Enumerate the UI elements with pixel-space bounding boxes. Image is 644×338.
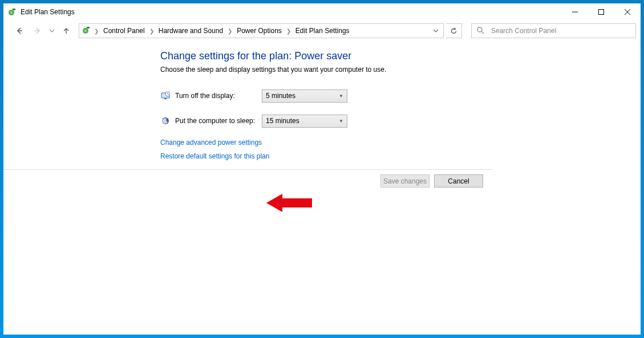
sleep-dropdown[interactable]: 15 minutes ▼ [262,115,347,128]
svg-line-5 [625,9,630,15]
breadcrumb-item[interactable]: Edit Plan Settings [292,24,353,38]
chevron-right-icon[interactable]: ❯ [226,28,233,34]
window-title: Edit Plan Settings [21,8,75,16]
window: Edit Plan Settings ❯ Cont [3,3,641,335]
back-button[interactable] [11,23,27,39]
app-icon [8,7,17,17]
display-icon [160,91,171,101]
chevron-right-icon[interactable]: ❯ [93,28,100,34]
svg-rect-1 [13,9,15,10]
chevron-down-icon: ▼ [339,93,343,99]
svg-line-6 [625,9,630,15]
dropdown-value: 5 minutes [266,92,339,100]
svg-rect-4 [599,10,604,15]
content-area: Change settings for the plan: Power save… [3,41,641,335]
page-heading: Change settings for the plan: Power save… [160,50,514,62]
setting-sleep: Put the computer to sleep: 15 minutes ▼ [160,113,514,128]
svg-line-14 [481,31,484,34]
svg-point-2 [10,11,13,14]
forward-button[interactable] [30,23,46,39]
chevron-right-icon[interactable]: ❯ [148,28,155,34]
address-dropdown[interactable] [431,27,441,35]
setting-label: Turn off the display: [175,92,262,100]
breadcrumb-item[interactable]: Hardware and Sound [155,24,226,38]
change-advanced-link[interactable]: Change advanced power settings [160,139,262,146]
minimize-button[interactable] [562,3,588,21]
restore-defaults-link[interactable]: Restore default settings for this plan [160,152,269,160]
refresh-button[interactable] [446,23,462,38]
sleep-icon [160,116,171,126]
setting-display-off: Turn off the display: 5 minutes ▼ [160,88,514,103]
breadcrumb-item[interactable]: Power Options [233,24,285,38]
navbar: ❯ Control Panel ❯ Hardware and Sound ❯ P… [3,21,641,41]
search-input[interactable] [490,26,631,35]
dropdown-value: 15 minutes [266,117,339,125]
svg-point-12 [84,30,87,32]
search-icon [476,26,484,36]
svg-rect-11 [87,27,90,28]
save-button: Save changes [380,174,430,188]
chevron-right-icon[interactable]: ❯ [285,28,292,34]
search-box[interactable] [471,23,636,38]
footer: Save changes Cancel [3,169,492,192]
cancel-button[interactable]: Cancel [434,174,483,188]
setting-label: Put the computer to sleep: [175,117,262,125]
up-button[interactable] [58,23,74,39]
location-icon [82,26,92,36]
address-bar[interactable]: ❯ Control Panel ❯ Hardware and Sound ❯ P… [79,23,444,38]
maximize-button[interactable] [588,3,614,21]
close-button[interactable] [614,3,641,21]
display-off-dropdown[interactable]: 5 minutes ▼ [262,89,347,103]
svg-rect-16 [164,98,167,99]
svg-point-13 [477,27,482,32]
recent-dropdown[interactable] [48,23,56,39]
chevron-down-icon: ▼ [339,119,343,124]
page-subheading: Choose the sleep and display settings th… [160,66,514,74]
link-list: Change advanced power settings Restore d… [160,139,514,160]
titlebar: Edit Plan Settings [3,3,641,21]
svg-marker-21 [266,194,312,212]
annotation-arrow-icon [266,192,318,216]
breadcrumb-item[interactable]: Control Panel [100,24,148,38]
